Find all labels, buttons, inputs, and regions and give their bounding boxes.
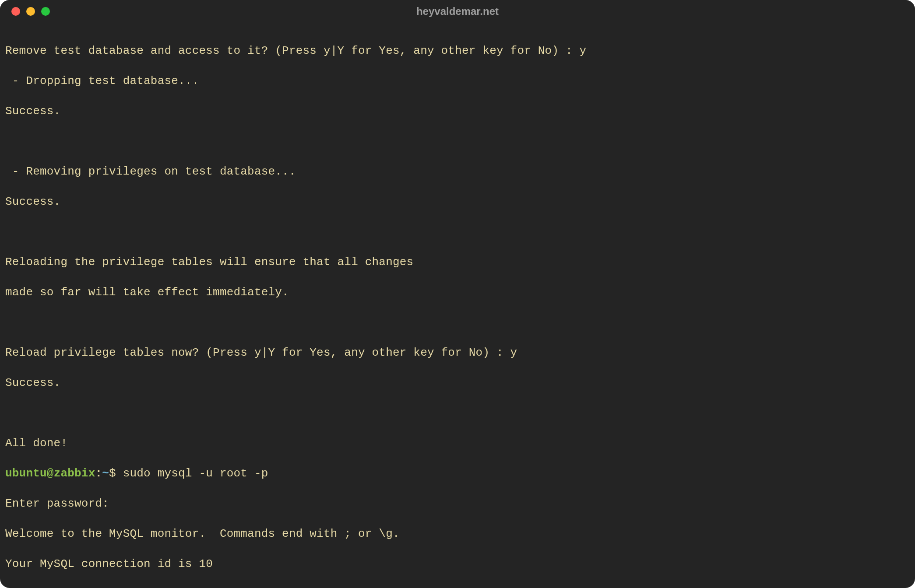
- terminal-line: [5, 406, 910, 421]
- prompt-dollar: $: [109, 467, 123, 480]
- terminal-window: heyvaldemar.net Remove test database and…: [0, 0, 915, 588]
- terminal-line: Enter password:: [5, 496, 910, 511]
- close-icon[interactable]: [11, 7, 20, 16]
- terminal-line: Success.: [5, 375, 910, 391]
- terminal-line: [5, 315, 910, 330]
- prompt-command: sudo mysql -u root -p: [123, 467, 268, 480]
- terminal-line: Success.: [5, 194, 910, 210]
- maximize-icon[interactable]: [41, 7, 50, 16]
- prompt-path: ~: [102, 467, 109, 480]
- prompt-user: ubuntu: [5, 467, 47, 480]
- window-title: heyvaldemar.net: [0, 5, 915, 18]
- prompt-colon: :: [95, 467, 102, 480]
- prompt-host: zabbix: [54, 467, 95, 480]
- terminal-body[interactable]: Remove test database and access to it? (…: [0, 23, 915, 588]
- terminal-line: made so far will take effect immediately…: [5, 285, 910, 300]
- titlebar: heyvaldemar.net: [0, 0, 915, 23]
- terminal-line: - Dropping test database...: [5, 74, 910, 89]
- terminal-line: [5, 134, 910, 149]
- terminal-line: Reloading the privilege tables will ensu…: [5, 255, 910, 270]
- terminal-line: - Removing privileges on test database..…: [5, 164, 910, 179]
- prompt-at: @: [47, 467, 54, 480]
- terminal-line: Welcome to the MySQL monitor. Commands e…: [5, 526, 910, 542]
- minimize-icon[interactable]: [26, 7, 35, 16]
- prompt-line: ubuntu@zabbix:~$ sudo mysql -u root -p: [5, 466, 910, 481]
- terminal-line: All done!: [5, 436, 910, 451]
- traffic-lights: [0, 7, 50, 16]
- terminal-line: Success.: [5, 104, 910, 119]
- terminal-line: Reload privilege tables now? (Press y|Y …: [5, 345, 910, 360]
- terminal-line: [5, 224, 910, 240]
- terminal-line: Your MySQL connection id is 10: [5, 556, 910, 572]
- terminal-line: Remove test database and access to it? (…: [5, 43, 910, 59]
- terminal-line: Server version: 8.0.23-0ubuntu0.20.04.1 …: [5, 587, 910, 588]
